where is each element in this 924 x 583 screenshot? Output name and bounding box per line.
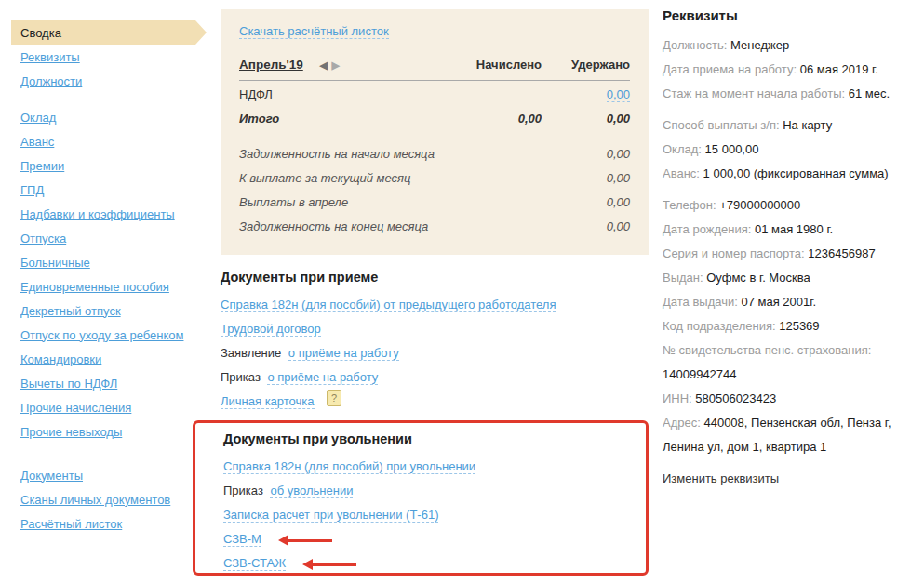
doc-row: Справка 182н (для пособий) от предыдущег… [221,293,649,317]
details-group-personal: Телефон: +79000000000 Дата рождения: 01 … [663,193,921,459]
sidebar-row: Аванс [11,129,208,153]
doc-link-trudovoy-dogovor[interactable]: Трудовой договор [221,322,321,337]
sidebar-row: Отпуска [11,226,208,250]
doc-link-spravka-182n-uvolnenie[interactable]: Справка 182н (для пособий) при увольнени… [223,459,475,474]
next-month-icon[interactable]: ▶ [331,60,339,71]
doc-prefix: Заявление [221,346,281,360]
sidebar-item-dekretny-otpusk[interactable]: Декретный отпуск [20,304,121,318]
sidebar-item-rekvizity[interactable]: Реквизиты [20,50,80,64]
sidebar-item-oklad[interactable]: Оклад [20,111,56,125]
table-divider [239,80,630,81]
detail-row: Аванс: 1 000,00 (фиксированная сумма) [663,162,921,186]
doc-row: Трудовой договор [221,317,649,341]
sidebar-row: Сканы личных документов [11,487,208,511]
detail-value: 1236456987 [808,246,875,260]
row-label: Итого [239,112,435,126]
detail-value: +79000000000 [719,198,800,212]
doc-link-prikaz-ob-uvolnenii[interactable]: об увольнении [270,484,353,498]
detail-row: Выдан: Оуфмс в г. Москва [663,266,921,290]
doc-link-spravka-182n-priem[interactable]: Справка 182н (для пособий) от предыдущег… [221,298,556,312]
sidebar-row: Премии [11,153,208,178]
doc-row: Личная карточка ? [221,390,649,414]
sidebar-item-bolnichnye[interactable]: Больничные [20,256,90,270]
sidebar-row: Документы [11,463,208,487]
prev-month-icon[interactable]: ◀ [319,60,327,71]
detail-label: Дата рождения: [663,222,751,236]
sidebar-item-nadbavki[interactable]: Надбавки и коэффициенты [20,207,175,221]
sidebar-row: Реквизиты [11,45,208,69]
detail-row: Телефон: +79000000000 [663,193,921,218]
detail-label: Выдан: [663,271,703,285]
edit-details-link[interactable]: Изменить реквизиты [663,467,779,491]
employee-card-page: Сводка Реквизиты Должности Оклад Аванс П… [0,0,924,583]
detail-label: Оклад: [663,142,702,156]
sidebar-item-otpusk-po-uhodu[interactable]: Отпуск по уходу за ребенком [20,328,183,342]
doc-link-zayavlenie-o-prieme[interactable]: о приёме на работу [288,346,399,361]
detail-value: 15 000,00 [705,142,759,156]
sidebar-row: Надбавки и коэффициенты [11,202,208,226]
sidebar-item-svodka[interactable]: Сводка [11,20,207,45]
summary-label: Задолженность на начало месяца [239,147,542,161]
details-group-job: Должность: Менеджер Дата приема на работ… [663,33,921,106]
detail-row: Дата выдачи: 07 мая 2001г. [663,290,921,314]
month-selector-group: Апрель'19 ◀ ▶ [239,58,435,72]
sidebar-group-spacer [11,93,208,105]
detail-value: 01 мая 1980 г. [755,222,833,236]
doc-link-lichnaya-kartochka[interactable]: Личная карточка [221,394,315,409]
download-payslip-link[interactable]: Скачать расчётный листок [239,24,389,39]
sidebar-item-dokumenty[interactable]: Документы [20,469,83,483]
sidebar-row: Больничные [11,250,208,274]
sidebar-item-dolzhnosti[interactable]: Должности [20,74,82,88]
doc-link-zapiska-raschet-t61[interactable]: Записка расчет при увольнении (Т-61) [223,508,438,523]
detail-value: 07 мая 2001г. [741,295,816,309]
details-title: Реквизиты [663,7,921,23]
sidebar-row: Отпуск по уходу за ребенком [11,323,208,347]
detail-label: Код подразделения: [663,319,776,333]
summary-row: К выплате за текущий месяц 0,00 [239,166,630,190]
summary-value: 0,00 [542,171,630,185]
month-selector-link[interactable]: Апрель'19 [239,58,303,72]
dismissal-docs-title: Документы при увольнении [223,431,646,446]
detail-label: Серия и номер паспорта: [663,246,805,260]
sidebar-item-prochie-nachisleniya[interactable]: Прочие начисления [20,401,131,415]
doc-row: Записка расчет при увольнении (Т-61) [223,503,646,527]
help-icon[interactable]: ? [327,390,341,406]
summary-row: Задолженность на начало месяца 0,00 [239,141,630,166]
detail-value: 61 мес. [849,86,890,100]
summary-value: 0,00 [542,219,630,233]
detail-row: Способ выплаты з/п: На карту [663,113,921,138]
sidebar-item-vychety-ndfl[interactable]: Вычеты по НДФЛ [20,377,117,391]
detail-label: ИНН: [663,391,692,405]
sidebar-item-otpuska[interactable]: Отпуска [20,232,66,245]
summary-row: Выплаты в апреле 0,00 [239,190,630,214]
sidebar-item-gpd[interactable]: ГПД [20,183,44,197]
doc-link-szv-m[interactable]: СЗВ-М [223,532,261,547]
detail-row: Код подразделения: 125369 [663,314,921,338]
doc-link-prikaz-o-prieme[interactable]: о приёме на работу [267,370,378,385]
red-arrow-icon [278,535,332,546]
sidebar-item-premii[interactable]: Премии [20,159,64,173]
summary-value: 0,00 [542,195,630,209]
sidebar-row: Должности [11,69,208,93]
detail-label: Стаж на момент начала работы: [663,86,845,100]
doc-row: СЗВ-М [223,527,646,551]
ndfl-withheld-link[interactable]: 0,00 [607,87,630,102]
summary-row: Задолженность на конец месяца 0,00 [239,214,630,238]
detail-value: 580506023423 [695,391,776,405]
doc-row: Справка 182н (для пособий) при увольнени… [223,455,646,479]
sidebar-item-skany-dokumentov[interactable]: Сканы личных документов [20,493,170,507]
detail-label: Телефон: [663,198,716,212]
doc-row: Заявление о приёме на работу [221,341,649,365]
sidebar-item-raschetny-listok[interactable]: Расчётный листок [20,517,122,531]
sidebar-item-prochie-nevyhody[interactable]: Прочие невыходы [20,425,122,439]
detail-row: ИНН: 580506023423 [663,387,921,411]
sidebar-item-komandirovki[interactable]: Командировки [20,352,101,366]
download-row: Скачать расчётный листок [239,24,630,38]
detail-row: Адрес: 440008, Пензенская обл, Пенза г, … [663,411,921,459]
doc-link-szv-stazh[interactable]: СЗВ-СТАЖ [223,556,286,571]
sidebar-item-avans[interactable]: Аванс [20,135,54,149]
table-row-total: Итого 0,00 0,00 [239,106,630,130]
sidebar-item-posobiya[interactable]: Единовременные пособия [20,280,169,294]
detail-label: Дата выдачи: [663,295,738,309]
sidebar-row: Командировки [11,347,208,371]
